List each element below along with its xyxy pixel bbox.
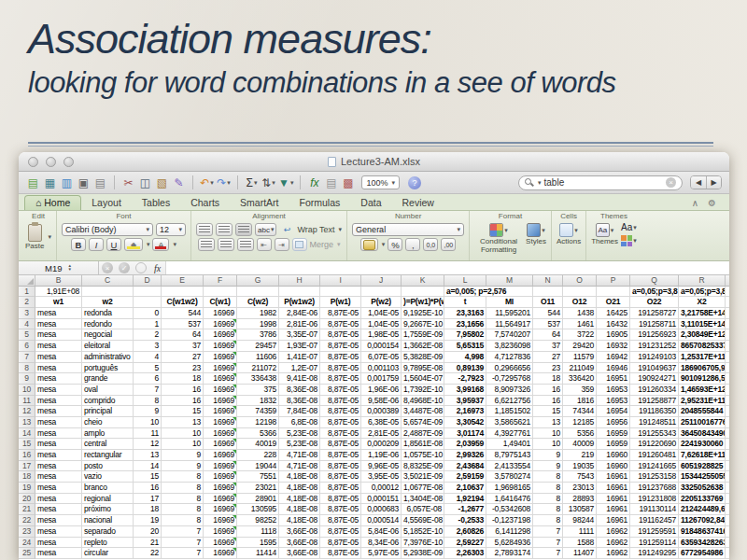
cell[interactable]: 6,1411298 — [486, 526, 533, 538]
cell[interactable]: 0,001103 — [361, 363, 402, 374]
cell[interactable]: 19035 — [563, 461, 597, 472]
cell[interactable]: X2 — [679, 297, 726, 308]
cell[interactable]: 7,62618E+11 — [679, 450, 726, 461]
cell[interactable]: 7 — [134, 385, 162, 396]
cell[interactable]: 5366 — [237, 428, 279, 440]
tab-formulas[interactable]: Formulas — [289, 196, 351, 210]
cell[interactable]: 1438 — [563, 308, 597, 319]
formula-input[interactable] — [165, 261, 729, 274]
cell[interactable]: 4,18E-08 — [279, 515, 320, 526]
cell[interactable]: repleto — [82, 538, 134, 549]
cell[interactable]: 5,23E-08 — [279, 439, 320, 450]
cell[interactable]: 23 — [162, 363, 204, 374]
cell[interactable]: comprido — [82, 396, 134, 407]
cell[interactable]: 359 — [563, 385, 597, 396]
cell[interactable]: 6772954986 — [679, 548, 726, 559]
cell[interactable]: 2,26303 — [444, 548, 486, 559]
cell[interactable]: 0,000683 — [361, 504, 402, 515]
cell[interactable]: 211072 — [237, 363, 279, 374]
tab-home[interactable]: ⌂ Home — [24, 195, 81, 210]
cell[interactable]: O11 — [533, 297, 563, 308]
cell[interactable]: C(w1) — [204, 297, 237, 308]
row-number[interactable]: 5 — [19, 329, 35, 341]
themes-button[interactable]: Themes — [591, 238, 618, 246]
cell[interactable]: 375 — [237, 385, 279, 396]
cell[interactable]: 3,66E-08 — [279, 538, 320, 549]
cell[interactable]: 12198 — [237, 417, 279, 428]
cell[interactable]: O22 — [630, 297, 679, 308]
cell[interactable]: mesa — [35, 396, 82, 407]
row-number[interactable]: 16 — [19, 450, 35, 461]
cell[interactable]: 191259114 — [630, 538, 679, 549]
cell[interactable]: 4 — [134, 352, 162, 363]
cell[interactable]: C(w1w2) — [162, 297, 204, 308]
cell[interactable]: 11407 — [563, 548, 597, 559]
column-header[interactable]: E — [162, 275, 204, 287]
cell[interactable]: 3,99168 — [444, 385, 486, 396]
cell[interactable]: mesa — [35, 483, 82, 494]
cell[interactable]: 2,59159 — [444, 471, 486, 483]
cell[interactable]: 9,2667E-10 — [402, 319, 444, 330]
cell[interactable]: 5,84E-06 — [361, 526, 402, 538]
cell[interactable]: 40019 — [237, 439, 279, 450]
cell[interactable]: 16 — [533, 385, 563, 396]
cell[interactable]: 191259591 — [630, 526, 679, 538]
row-number[interactable]: 1 — [19, 287, 35, 298]
cell[interactable]: 8,87E-05 — [320, 471, 361, 483]
cell[interactable]: 36450843490 — [679, 428, 726, 440]
cell[interactable] — [162, 287, 204, 298]
cell[interactable]: 8,87E-05 — [320, 385, 361, 396]
cell[interactable]: P(w1w2) — [279, 297, 320, 308]
cell[interactable]: 63593428263 — [679, 538, 726, 549]
cell[interactable]: 8,87E-05 — [320, 406, 361, 417]
cell[interactable]: 1,25317E+11 — [679, 352, 726, 363]
cell[interactable]: 74344 — [563, 406, 597, 417]
cell[interactable]: 4,71E-08 — [279, 450, 320, 461]
row-number[interactable]: 2 — [19, 297, 35, 308]
cell[interactable]: 191256923 — [630, 329, 679, 341]
cell[interactable]: regional — [82, 494, 134, 505]
actions-icon[interactable] — [559, 223, 573, 237]
cell[interactable]: 544 — [533, 308, 563, 319]
cell[interactable]: 16969 — [204, 373, 237, 385]
cell[interactable]: 1,93E-07 — [279, 341, 320, 352]
column-header[interactable]: N — [533, 275, 563, 287]
cell[interactable]: 537 — [533, 319, 563, 330]
cell[interactable]: 16969 — [204, 319, 237, 330]
cell[interactable]: 0,000209 — [361, 439, 402, 450]
orientation-button[interactable]: abc▾ — [255, 223, 276, 236]
paste-caret-icon[interactable]: ▾ — [48, 233, 51, 241]
cell[interactable]: 10 — [162, 439, 204, 450]
currency-button[interactable] — [360, 238, 378, 251]
cell[interactable]: 7 — [162, 526, 204, 538]
cell[interactable]: 544 — [162, 308, 204, 319]
cell[interactable]: 7 — [533, 538, 563, 549]
copy-icon[interactable]: ◫ — [138, 175, 152, 190]
cell[interactable]: 2,84E-06 — [279, 308, 320, 319]
cell[interactable]: 8,9097326 — [486, 385, 533, 396]
autosum-icon[interactable]: Σ▾ — [245, 175, 259, 190]
cell[interactable]: 11606 — [237, 352, 279, 363]
row-number[interactable]: 8 — [19, 363, 35, 374]
theme-colors-caret-icon[interactable]: ▾ — [633, 237, 637, 245]
row-number[interactable]: 15 — [19, 439, 35, 450]
column-header[interactable]: K — [402, 275, 444, 287]
cell[interactable]: 8,87E-05 — [320, 308, 361, 319]
cell[interactable]: 2,16973 — [444, 406, 486, 417]
cell[interactable]: 16942 — [597, 352, 630, 363]
cell[interactable]: 16969 — [204, 406, 237, 417]
cell[interactable]: 4,18E-08 — [279, 483, 320, 494]
cell[interactable]: 8,87E-05 — [320, 548, 361, 559]
cell[interactable]: 3,35E-07 — [279, 329, 320, 341]
cell[interactable]: 4,18E-08 — [279, 471, 320, 483]
cell[interactable]: 2205133769 — [679, 494, 726, 505]
cell[interactable]: 130595 — [237, 504, 279, 515]
cell[interactable]: 9,7895E-08 — [402, 363, 444, 374]
cell[interactable]: 2,99326 — [444, 450, 486, 461]
cell[interactable]: 16969 — [204, 428, 237, 440]
column-header[interactable]: Q — [630, 275, 679, 287]
row-number[interactable]: 9 — [19, 373, 35, 385]
cell[interactable]: oval — [82, 385, 134, 396]
cell[interactable]: 2,4887E-09 — [402, 428, 444, 440]
name-box[interactable]: M19 ▲▼ — [19, 261, 99, 274]
